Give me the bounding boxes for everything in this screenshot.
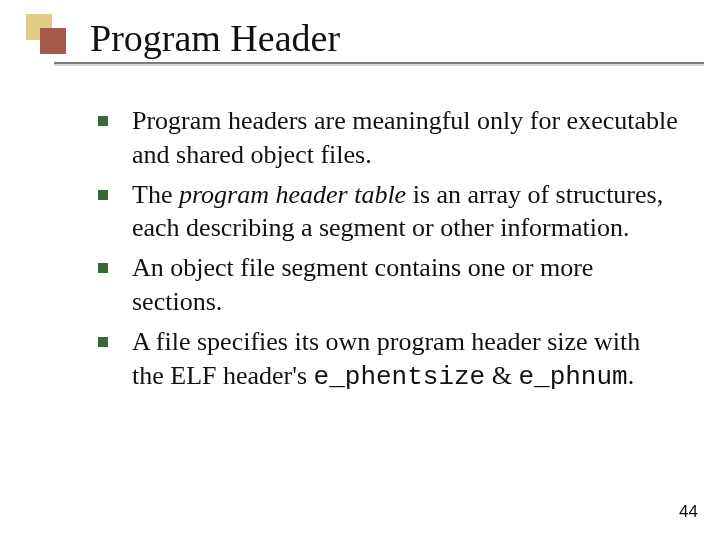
- bullet-square-icon: [98, 190, 108, 200]
- corner-decoration: [26, 14, 70, 58]
- slide: Program Header Program headers are meani…: [0, 0, 720, 540]
- body-text: Program headers are meaningful only for …: [98, 104, 678, 400]
- emphasized-term: program header table: [179, 180, 406, 209]
- text-run: .: [628, 361, 635, 390]
- bullet-square-icon: [98, 263, 108, 273]
- text-run: The: [132, 180, 179, 209]
- code-token: e_phentsize: [314, 362, 486, 392]
- divider-bottom: [54, 64, 704, 66]
- text-run: &: [485, 361, 518, 390]
- bullet-square-icon: [98, 337, 108, 347]
- code-token: e_phnum: [518, 362, 627, 392]
- slide-title: Program Header: [90, 16, 340, 60]
- bullet-text: Program headers are meaningful only for …: [132, 104, 678, 172]
- bullet-square-icon: [98, 116, 108, 126]
- page-number: 44: [679, 502, 698, 522]
- list-item: Program headers are meaningful only for …: [98, 104, 678, 172]
- bullet-text: An object file segment contains one or m…: [132, 251, 678, 319]
- list-item: The program header table is an array of …: [98, 178, 678, 246]
- bullet-text: The program header table is an array of …: [132, 178, 678, 246]
- list-item: An object file segment contains one or m…: [98, 251, 678, 319]
- list-item: A file specifies its own program header …: [98, 325, 678, 395]
- bullet-text: A file specifies its own program header …: [132, 325, 678, 395]
- corner-square-brown: [40, 28, 66, 54]
